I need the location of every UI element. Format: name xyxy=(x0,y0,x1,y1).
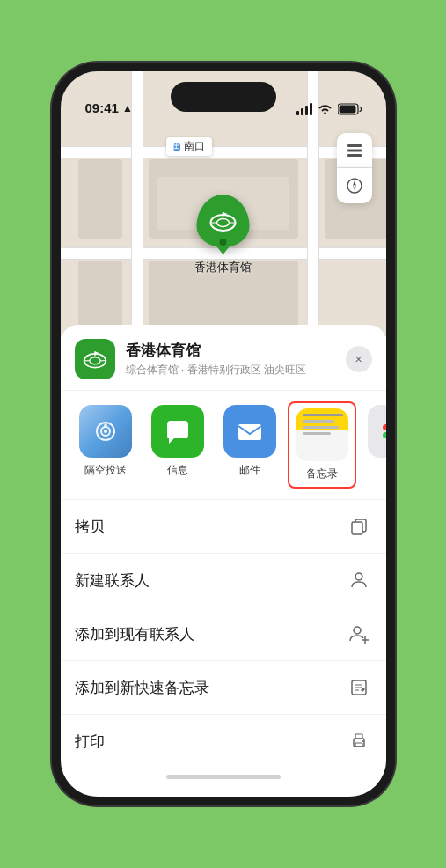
action-quick-note-label: 添加到新快速备忘录 xyxy=(75,678,209,698)
share-row: 隔空投送 信息 邮件 xyxy=(61,391,386,499)
action-existing-contact[interactable]: 添加到现有联系人 xyxy=(61,607,386,661)
action-new-contact[interactable]: 新建联系人 xyxy=(61,554,386,607)
share-item-notes[interactable]: 备忘录 xyxy=(291,405,353,485)
share-item-more[interactable]: 提 xyxy=(363,405,386,485)
location-label: 出 南口 xyxy=(166,137,212,156)
more-icon xyxy=(368,405,386,458)
map-layer-button[interactable] xyxy=(337,133,372,168)
svg-rect-27 xyxy=(238,424,261,440)
home-indicator-area xyxy=(61,768,386,779)
action-copy-label: 拷贝 xyxy=(75,517,105,537)
venue-desc: 综合体育馆 · 香港特别行政区 油尖旺区 xyxy=(126,363,346,378)
svg-marker-11 xyxy=(353,186,356,191)
stadium-icon xyxy=(208,209,238,233)
action-list: 拷贝 新建联系人 添 xyxy=(61,499,386,768)
home-indicator xyxy=(166,775,281,779)
mail-label: 邮件 xyxy=(239,463,260,478)
svg-point-31 xyxy=(354,627,361,634)
printer-icon xyxy=(346,728,372,754)
bottom-sheet: 香港体育馆 综合体育馆 · 香港特别行政区 油尖旺区 × 隔空投送 xyxy=(61,325,386,797)
person-icon xyxy=(346,567,372,593)
venue-icon xyxy=(75,339,115,379)
phone-frame: 09:41 ▲ xyxy=(52,63,395,805)
block1 xyxy=(78,159,122,239)
messages-label: 信息 xyxy=(167,463,188,478)
svg-rect-6 xyxy=(347,144,362,147)
location-dot: 出 xyxy=(173,143,180,151)
copy-icon xyxy=(346,513,372,540)
stadium-marker[interactable]: 香港体育馆 xyxy=(194,195,252,276)
svg-point-41 xyxy=(362,740,364,742)
marker-bottom-dot xyxy=(220,239,227,246)
quick-note-icon xyxy=(346,674,372,701)
svg-marker-10 xyxy=(353,180,356,186)
sheet-header: 香港体育馆 综合体育馆 · 香港特别行政区 油尖旺区 × xyxy=(61,325,386,391)
svg-point-13 xyxy=(217,219,230,227)
action-new-contact-label: 新建联系人 xyxy=(75,570,150,591)
mail-graphic xyxy=(234,416,266,447)
map-layer-icon xyxy=(346,142,363,159)
svg-point-19 xyxy=(89,357,99,364)
svg-point-30 xyxy=(355,573,362,580)
dynamic-island xyxy=(171,82,276,112)
status-time: 09:41 ▲ xyxy=(85,100,133,115)
wifi-icon xyxy=(318,104,333,115)
map-controls xyxy=(337,133,372,203)
compass-icon xyxy=(346,177,363,195)
svg-rect-0 xyxy=(296,111,299,115)
share-item-messages[interactable]: 信息 xyxy=(147,405,208,485)
airdrop-icon xyxy=(79,405,132,458)
status-icons xyxy=(296,103,362,115)
block4 xyxy=(78,261,122,327)
svg-rect-5 xyxy=(339,106,355,114)
colorful-dots xyxy=(383,424,386,438)
notes-icon xyxy=(296,408,348,461)
action-print-label: 打印 xyxy=(75,732,105,752)
svg-rect-7 xyxy=(347,149,362,151)
share-item-airdrop[interactable]: 隔空投送 xyxy=(75,405,136,485)
venue-stadium-icon xyxy=(82,348,108,371)
person-add-icon xyxy=(346,621,372,647)
time-display: 09:41 xyxy=(85,100,119,115)
battery-icon xyxy=(338,103,362,115)
location-button[interactable] xyxy=(337,168,372,203)
svg-rect-1 xyxy=(301,108,303,115)
svg-rect-2 xyxy=(305,106,308,115)
action-existing-contact-label: 添加到现有联系人 xyxy=(75,624,194,644)
svg-rect-8 xyxy=(347,154,362,157)
action-quick-note[interactable]: 添加到新快速备忘录 xyxy=(61,661,386,715)
svg-rect-40 xyxy=(355,743,362,747)
signal-icon xyxy=(296,103,312,115)
messages-graphic xyxy=(162,416,194,447)
mail-icon xyxy=(223,405,276,458)
share-item-mail[interactable]: 邮件 xyxy=(219,405,281,485)
close-button[interactable]: × xyxy=(346,346,372,372)
marker-pin xyxy=(197,195,250,247)
location-arrow-icon: ▲ xyxy=(122,102,133,114)
svg-rect-3 xyxy=(310,103,312,115)
svg-rect-29 xyxy=(352,522,362,534)
action-print[interactable]: 打印 xyxy=(61,715,386,768)
venue-name: 香港体育馆 xyxy=(126,341,346,361)
messages-icon xyxy=(151,405,204,458)
svg-point-26 xyxy=(104,430,107,433)
action-copy[interactable]: 拷贝 xyxy=(61,500,386,554)
airdrop-graphic xyxy=(90,416,121,447)
venue-info: 香港体育馆 综合体育馆 · 香港特别行政区 油尖旺区 xyxy=(126,341,346,378)
notes-label: 备忘录 xyxy=(306,467,338,482)
location-name: 南口 xyxy=(184,139,205,154)
airdrop-label: 隔空投送 xyxy=(84,463,127,478)
marker-label: 香港体育馆 xyxy=(194,260,252,276)
